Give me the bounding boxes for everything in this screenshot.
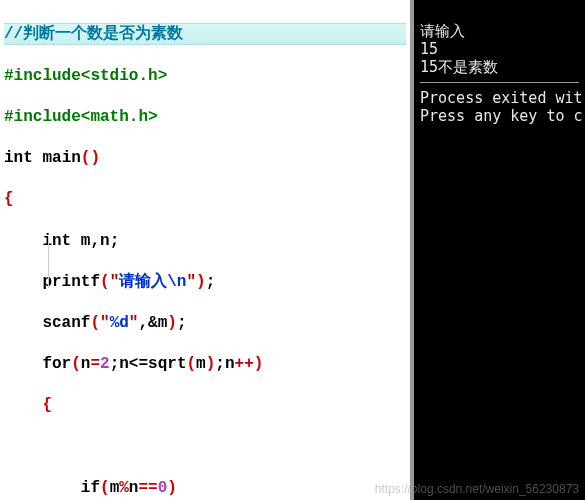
- code-line: int main(): [4, 148, 406, 169]
- console-footer: Process exited wit Press any key to c: [420, 89, 579, 125]
- console-divider: [420, 82, 579, 83]
- console-line: Process exited wit: [420, 89, 583, 107]
- console-title: [420, 4, 579, 20]
- console-output: 请输入 15 15不是素数: [420, 22, 579, 76]
- code-line: [4, 436, 406, 457]
- code-line: for(n=2;n<=sqrt(m);n++): [4, 354, 406, 375]
- watermark: https://blog.csdn.net/weixin_56230873: [375, 482, 579, 496]
- app-container: //判断一个数是否为素数 #include<stdio.h> #include<…: [0, 0, 585, 500]
- code-line: //判断一个数是否为素数: [4, 23, 406, 46]
- code-area: //判断一个数是否为素数 #include<stdio.h> #include<…: [0, 0, 410, 500]
- indent-guide: [48, 236, 49, 288]
- code-line: scanf("%d",&m);: [4, 313, 406, 334]
- code-line: if(m%n==0): [4, 478, 406, 499]
- code-line: {: [4, 395, 406, 416]
- console-line: 请输入: [420, 22, 465, 40]
- code-line: {: [4, 189, 406, 210]
- code-line: int m,n;: [4, 231, 406, 252]
- code-line: printf("请输入\n");: [4, 272, 406, 293]
- console-panel[interactable]: 请输入 15 15不是素数 Process exited wit Press a…: [410, 0, 585, 500]
- console-line: Press any key to c: [420, 107, 583, 125]
- code-line: #include<math.h>: [4, 107, 406, 128]
- console-line: 15: [420, 40, 438, 58]
- console-line: 15不是素数: [420, 58, 498, 76]
- code-editor[interactable]: //判断一个数是否为素数 #include<stdio.h> #include<…: [0, 0, 410, 500]
- comment: //判断一个数是否为素数: [4, 25, 183, 43]
- code-line: #include<stdio.h>: [4, 66, 406, 87]
